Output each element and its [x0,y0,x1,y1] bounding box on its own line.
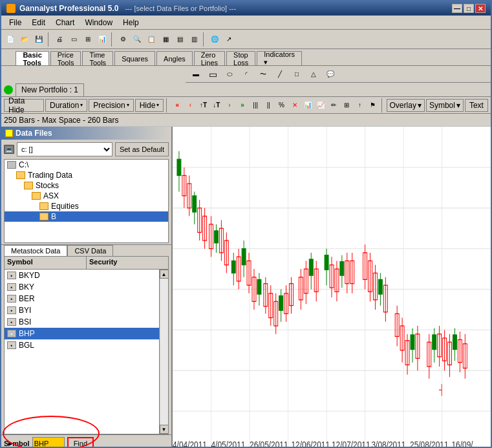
tree-item-stocks[interactable]: Stocks [5,180,168,191]
data-hide-btn[interactable]: Data Hide [4,99,44,112]
file-tree[interactable]: C:\ Trading Data Stocks ASX Equities [4,159,169,243]
find-button[interactable]: Find [67,437,94,448]
close-button[interactable]: ✕ [475,4,486,13]
sym-row-bgl[interactable]: ▪ BGL [5,339,159,351]
portfolio-tab[interactable]: New Portfolio : 1 [16,83,84,96]
bar-more[interactable]: ||| [250,99,261,112]
overlay-dropdown[interactable]: Overlay▾ [387,99,425,112]
window-btn[interactable]: ▭ [67,33,80,46]
arr-red-dbl-left[interactable]: « [171,99,183,112]
arrow-btn[interactable]: ↗ [222,33,235,46]
row-btn[interactable]: ▥ [187,33,200,46]
arr-grn-dbl-right[interactable]: » [237,99,248,112]
draw-rect[interactable]: ▬ [188,68,204,81]
line-chart-btn[interactable]: 📈 [315,99,326,112]
tree-item-equities[interactable]: Equities [5,201,168,211]
draw-ellipse[interactable]: ⬭ [222,68,237,81]
flag-btn[interactable]: ⚑ [367,99,379,112]
tree-item-trading-data[interactable]: Trading Data [5,170,168,180]
grid-btn[interactable]: ▦ [159,33,172,46]
search-bar: S▸mbol Find [1,434,171,448]
arr-T-dn[interactable]: ↓T [211,99,222,112]
sym-row-bky[interactable]: ▪ BKY [5,281,159,293]
tab-stop-loss[interactable]: Stop Loss [226,51,255,65]
col-btn[interactable]: ▤ [173,33,186,46]
draw-triangle[interactable]: △ [306,68,321,81]
menu-window[interactable]: Window [80,17,118,28]
tab-time-tools[interactable]: Time Tools [82,51,113,65]
tab-csv[interactable]: CSV Data [67,245,113,256]
bar-chart-btn[interactable]: 📊 [302,99,314,112]
open-btn[interactable]: 📂 [18,33,31,46]
new-btn[interactable]: 📄 [4,33,17,46]
chart-area[interactable]: ┤ 4/04/2011 4/05/2011 26/05/2011 12/06/2… [173,127,491,448]
tabs-row: Basic Tools Price Tools Time Tools Squar… [1,49,491,66]
drive-selector: 💻 c: [] Set as Default [1,140,171,159]
tab-price-tools[interactable]: Price Tools [50,51,81,65]
symbol-dropdown[interactable]: Symbol▾ [426,99,464,112]
tab-indicators[interactable]: Indicators ▾ [257,51,302,65]
drive-dropdown[interactable]: c: [] [17,142,112,156]
menu-help[interactable]: Help [118,17,144,28]
arr-T-up[interactable]: ↑T [197,99,209,112]
scroll-up[interactable]: ▲ [160,270,169,279]
draw-line[interactable]: ╱ [272,68,288,81]
draw-wave[interactable]: 〜 [255,68,271,81]
draw-box[interactable]: □ [289,68,305,81]
symbol-scrollbar[interactable]: ▲ ▼ [159,270,168,434]
arr-grn-right[interactable]: › [224,99,235,112]
tab-zero-lines[interactable]: Zero Lines [194,51,225,65]
tree-item-c[interactable]: C:\ [5,160,168,170]
minimize-button[interactable]: — [452,4,462,13]
symbol-table-body: ▪ BKYD ▪ BKY ▪ BER ▪ BYI [5,270,159,434]
tile-btn[interactable]: ⊞ [81,33,94,46]
svg-rect-86 [378,279,382,294]
maximize-button[interactable]: □ [464,4,474,13]
zoom-in-btn[interactable]: 🔍 [131,33,144,46]
save-btn[interactable]: 💾 [32,33,45,46]
set-default-button[interactable]: Set as Default [115,142,169,156]
zoom-percent[interactable]: % [275,99,287,112]
bar-less[interactable]: || [262,99,274,112]
up-btn[interactable]: ↑ [354,99,365,112]
globe-btn[interactable]: 🌐 [208,33,221,46]
arr-red-left[interactable]: ‹ [184,99,196,112]
tab-metastock[interactable]: Metastock Data [4,245,67,256]
sym-row-bkyd[interactable]: ▪ BKYD [5,270,159,281]
menu-edit[interactable]: Edit [27,17,50,28]
sym-row-bhp[interactable]: ▪ BHP [5,328,159,339]
draw-rounded-rect[interactable]: ▭ [205,68,220,81]
titlebar: Gannalyst Professional 5.0 --- [select D… [1,1,491,16]
col-security[interactable]: Security [87,257,168,269]
tab-basic-tools[interactable]: Basic Tools [16,51,48,65]
chart-btn[interactable]: 📊 [96,33,109,46]
search-input[interactable] [32,437,65,448]
menu-file[interactable]: File [4,17,27,28]
workspace: Data Files 💻 c: [] Set as Default C:\ Tr… [1,127,491,448]
sym-row-ber[interactable]: ▪ BER [5,293,159,304]
draw-arc[interactable]: ◜ [239,68,254,81]
data-btn[interactable]: 📋 [145,33,158,46]
menu-chart[interactable]: Chart [50,17,80,28]
grid2-btn[interactable]: ⊞ [341,99,352,112]
duration-btn[interactable]: Duration▾ [45,99,87,112]
symbol-table-header: Symbol Security [5,257,168,270]
app-window: Gannalyst Professional 5.0 --- [select D… [0,0,492,448]
tab-angles[interactable]: Angles [156,51,193,65]
tree-item-asx[interactable]: ASX [5,191,168,201]
settings-btn[interactable]: ⚙ [116,33,129,46]
print-btn[interactable]: 🖨 [53,33,66,46]
tree-item-b[interactable]: B [5,211,168,222]
col-symbol[interactable]: Symbol [5,257,87,269]
pencil-btn[interactable]: ✏ [328,99,339,112]
precision-btn[interactable]: Precision▾ [89,99,133,112]
scroll-down[interactable]: ▼ [160,425,169,434]
draw-speech[interactable]: 💬 [323,68,338,81]
hide-btn[interactable]: Hide▾ [135,99,164,112]
cross-btn[interactable]: ✕ [289,99,301,112]
text-btn[interactable]: Text [465,99,488,112]
tab-squares[interactable]: Squares [114,51,155,65]
sym-row-byi[interactable]: ▪ BYI [5,304,159,316]
portfolio-bar: New Portfolio : 1 [1,83,491,97]
sym-row-bsi[interactable]: ▪ BSI [5,316,159,328]
